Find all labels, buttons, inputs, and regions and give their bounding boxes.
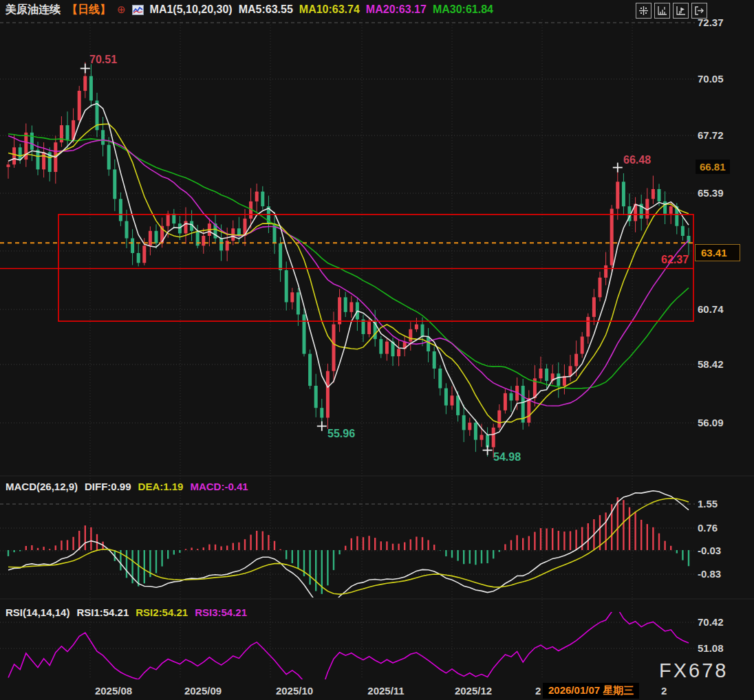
price-axis-label: 58.42	[698, 358, 724, 370]
move-crosshair-icon[interactable]	[636, 3, 651, 19]
rsi-axis-label: 70.42	[698, 616, 724, 628]
macd-axis-label: -0.03	[698, 545, 721, 556]
last-price-label: 63.41	[695, 244, 740, 261]
indicator-chart-icon[interactable]	[132, 5, 144, 15]
crosshair-date-tooltip: 2026/01/07 星期三	[543, 683, 639, 699]
macd-axis-label: 1.55	[698, 498, 718, 510]
price-axis-label: 67.72	[698, 129, 724, 141]
price-extreme-annotation: 54.98	[493, 451, 521, 463]
period-label[interactable]: 【日线】	[67, 3, 111, 17]
price-axis-label: 65.39	[698, 187, 724, 199]
rsi-layer	[8, 609, 689, 689]
x-axis-label: 2025/08	[95, 685, 132, 697]
x-axis-label: 2025/09	[184, 685, 222, 697]
ma-settings-label[interactable]: MA1(5,10,20,30)	[150, 3, 233, 16]
ma10-value: MA10:63.74	[299, 3, 360, 16]
x-axis-partial-label: 2	[535, 685, 541, 697]
axis-scale-icon[interactable]	[654, 3, 670, 19]
price-extreme-annotation: 70.51	[89, 54, 117, 66]
macd-histogram-layer	[8, 491, 689, 609]
x-axis-label: 2025/12	[455, 685, 492, 697]
instrument-title: 美原油连续	[6, 3, 61, 17]
price-axis-label: 56.09	[698, 417, 724, 428]
exit-chart-icon[interactable]	[691, 3, 707, 19]
rsi1-value: RSI1:54.21	[76, 606, 129, 618]
x-axis-partial-label: 2	[661, 685, 667, 697]
macd-value: MACD:-0.41	[190, 481, 248, 492]
drawing-objects-layer	[0, 215, 695, 321]
macd-axis-label: 0.76	[698, 522, 718, 534]
rsi2-value: RSI2:54.21	[136, 606, 188, 618]
x-axis-label: 2025/11	[367, 685, 404, 697]
trading-chart-window: 美原油连续 【日线】 ⊕ MA1(5,10,20,30) MA5:63.55 M…	[0, 0, 754, 700]
macd-axis-label: -0.83	[698, 568, 721, 580]
add-indicator-icon[interactable]: ⊕	[117, 3, 126, 16]
chart-header: 美原油连续 【日线】 ⊕ MA1(5,10,20,30) MA5:63.55 M…	[6, 2, 493, 17]
rsi-axis-label: 51.08	[698, 642, 724, 654]
axis-scale-flag-icon[interactable]	[673, 3, 689, 19]
fx678-watermark: FX678	[659, 659, 728, 682]
chart-toolbar	[636, 3, 707, 19]
price-extreme-annotation: 66.48	[623, 154, 651, 166]
macd-diff-value: DIFF:0.99	[85, 481, 131, 492]
ma30-value: MA30:61.84	[433, 3, 493, 16]
macd-dea-value: DEA:1.19	[138, 481, 184, 492]
macd-params-label[interactable]: MACD(26,12,9)	[6, 481, 78, 492]
extreme-markers-layer	[80, 64, 623, 455]
grid-layer	[0, 19, 754, 679]
session-high-price-label: 66.81	[696, 160, 730, 174]
price-extreme-annotation: 55.96	[327, 428, 355, 440]
rsi3-value: RSI3:54.21	[195, 606, 247, 618]
x-axis-label: 2025/10	[276, 685, 313, 697]
candles-layer	[7, 62, 691, 458]
ma5-value: MA5:63.55	[239, 3, 293, 16]
alert-price-label: 62.37	[661, 254, 689, 266]
rsi-params-label[interactable]: RSI(14,14,14)	[6, 606, 69, 618]
ma20-value: MA20:63.17	[366, 3, 427, 16]
macd-header: MACD(26,12,9) DIFF:0.99 DEA:1.19 MACD:-0…	[6, 481, 248, 492]
rsi-header: RSI(14,14,14) RSI1:54.21 RSI2:54.21 RSI3…	[6, 606, 247, 618]
price-axis-label: 70.05	[698, 73, 724, 85]
price-axis-label: 60.74	[698, 303, 724, 315]
chart-canvas[interactable]	[0, 0, 754, 700]
